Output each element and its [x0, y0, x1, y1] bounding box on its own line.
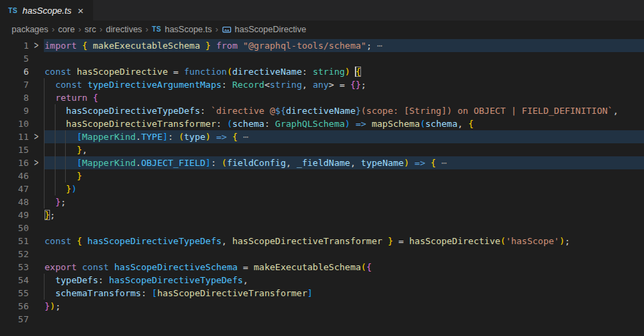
- code-line[interactable]: 46 }: [0, 169, 644, 182]
- code-text: return {: [44, 91, 644, 104]
- breadcrumb-item-src[interactable]: src: [85, 25, 97, 34]
- typescript-file-icon: TS: [152, 25, 162, 33]
- code-line[interactable]: 49};: [0, 208, 644, 221]
- code-text: }: [44, 169, 644, 182]
- breadcrumb-file[interactable]: TShasScope.ts: [152, 25, 212, 34]
- code-line[interactable]: 47 }): [0, 182, 644, 195]
- gutter-spacer: [29, 311, 44, 328]
- line-number: 52: [0, 248, 29, 261]
- code-line[interactable]: 6const hasScopeDirective = function(dire…: [0, 65, 644, 78]
- code-line[interactable]: 8 return {: [0, 91, 644, 104]
- code-text: };: [44, 208, 644, 221]
- code-line[interactable]: 1>import { makeExecutableSchema } from "…: [0, 39, 644, 52]
- code-line[interactable]: 7 const typeDirectiveArgumentMaps: Recor…: [0, 78, 644, 91]
- breadcrumb-symbol-label: hasScopeDirective: [235, 25, 306, 34]
- indent-guide: [44, 156, 45, 169]
- line-number: 5: [0, 52, 29, 65]
- indent-guide: [44, 274, 45, 287]
- line-number: 9: [0, 104, 29, 117]
- indent-guide: [65, 130, 66, 143]
- code-text: import { makeExecutableSchema } from "@g…: [44, 39, 644, 52]
- line-number: 47: [0, 182, 29, 195]
- breadcrumb-separator-icon: ›: [96, 24, 106, 34]
- code-line[interactable]: 15 },: [0, 143, 644, 156]
- code-text: };: [44, 195, 644, 208]
- line-number: 55: [0, 287, 29, 300]
- breadcrumb-separator-icon: ›: [75, 24, 84, 34]
- code-text: hasScopeDirectiveTransformer: (schema: G…: [44, 117, 644, 130]
- indent-guide: [65, 156, 66, 169]
- breadcrumb-separator-icon: ›: [142, 24, 151, 34]
- line-number: 16: [0, 156, 29, 169]
- code-line[interactable]: 57: [0, 313, 644, 326]
- line-number: 48: [0, 195, 29, 208]
- symbol-variable-icon: [222, 25, 232, 34]
- breadcrumb: packages›core›src›directives›TShasScope.…: [0, 21, 644, 38]
- code-line[interactable]: 53export const hasScopeDirectiveSchema =…: [0, 261, 644, 274]
- line-number: 7: [0, 78, 29, 91]
- code-line[interactable]: 9 hasScopeDirectiveTypeDefs: `directive …: [0, 104, 644, 117]
- code-line[interactable]: 52: [0, 248, 644, 261]
- matched-bracket: }: [45, 210, 50, 220]
- breadcrumb-item-core[interactable]: core: [58, 25, 75, 34]
- code-text: });: [44, 300, 644, 313]
- indent-guide: [55, 169, 55, 182]
- breadcrumb-file-label: hasScope.ts: [164, 25, 212, 34]
- code-text: }): [44, 182, 644, 195]
- code-text: [44, 248, 644, 261]
- code-line[interactable]: 16> [MapperKind.OBJECT_FIELD]: (fieldCon…: [0, 156, 644, 169]
- close-icon[interactable]: ×: [76, 5, 85, 16]
- tab-hasscope[interactable]: TS hasScope.ts ×: [0, 0, 93, 21]
- code-line[interactable]: 48 };: [0, 195, 644, 208]
- code-line[interactable]: 11> [MapperKind.TYPE]: (type) => { ⋯: [0, 130, 644, 143]
- indent-guide: [44, 182, 45, 195]
- code-line[interactable]: 51const { hasScopeDirectiveTypeDefs, has…: [0, 235, 644, 248]
- code-line[interactable]: 10 hasScopeDirectiveTransformer: (schema…: [0, 117, 644, 130]
- line-number: 6: [0, 65, 29, 78]
- indent-guide: [44, 287, 45, 300]
- code-text: },: [44, 143, 644, 156]
- code-line[interactable]: 54 typeDefs: hasScopeDirectiveTypeDefs,: [0, 274, 644, 287]
- code-text: export const hasScopeDirectiveSchema = m…: [44, 261, 644, 274]
- breadcrumb-separator-icon: ›: [49, 24, 58, 34]
- breadcrumb-symbol[interactable]: hasScopeDirective: [222, 25, 306, 34]
- indent-guide: [55, 117, 55, 130]
- indent-guide: [44, 130, 45, 143]
- code-line[interactable]: 5: [0, 52, 644, 65]
- indent-guide: [65, 169, 66, 182]
- code-text: const typeDirectiveArgumentMaps: Record<…: [44, 78, 644, 91]
- indent-guide: [44, 117, 45, 130]
- code-area: 1>import { makeExecutableSchema } from "…: [0, 38, 644, 326]
- indent-guide: [44, 143, 45, 156]
- code-line[interactable]: 56});: [0, 300, 644, 313]
- indent-guide: [44, 104, 45, 117]
- line-number: 50: [0, 221, 29, 235]
- code-text: [44, 52, 644, 65]
- code-text: [MapperKind.OBJECT_FIELD]: (fieldConfig,…: [44, 156, 644, 169]
- code-line[interactable]: 50: [0, 221, 644, 235]
- code-text: [44, 221, 644, 235]
- line-number: 56: [0, 300, 29, 313]
- line-number: 54: [0, 274, 29, 287]
- text-cursor: [355, 67, 356, 77]
- code-text: const { hasScopeDirectiveTypeDefs, hasSc…: [44, 235, 644, 248]
- code-text: const hasScopeDirective = function(direc…: [44, 65, 644, 78]
- line-number: 10: [0, 117, 29, 130]
- line-number: 51: [0, 235, 29, 248]
- breadcrumb-item-directives[interactable]: directives: [106, 25, 143, 34]
- breadcrumb-item-packages[interactable]: packages: [12, 25, 49, 34]
- matched-bracket: {: [356, 67, 361, 77]
- line-number: 53: [0, 261, 29, 274]
- tab-title: hasScope.ts: [23, 5, 72, 16]
- indent-guide: [44, 169, 45, 182]
- line-number: 49: [0, 208, 29, 221]
- indent-guide: [44, 78, 45, 91]
- code-text: hasScopeDirectiveTypeDefs: `directive @$…: [44, 104, 644, 117]
- indent-guide: [44, 91, 45, 104]
- indent-guide: [65, 143, 66, 156]
- code-line[interactable]: 55 schemaTransforms: [hasScopeDirectiveT…: [0, 287, 644, 300]
- code-text: schemaTransforms: [hasScopeDirectiveTran…: [44, 287, 644, 300]
- indent-guide: [55, 130, 55, 143]
- code-text: [MapperKind.TYPE]: (type) => { ⋯: [44, 130, 644, 143]
- line-number: 57: [0, 313, 29, 326]
